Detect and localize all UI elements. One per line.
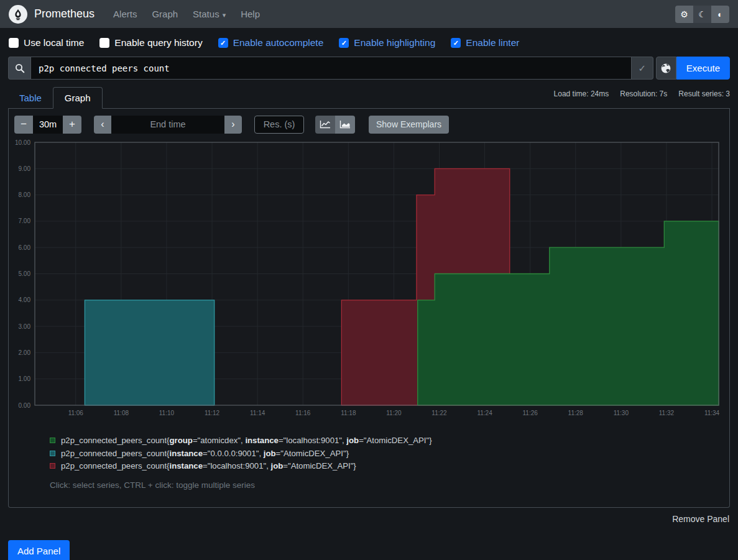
stat-load-time: Load time: 24ms xyxy=(554,90,609,98)
nav-item-alerts[interactable]: Alerts xyxy=(113,9,137,19)
y-tick-label: 9.00 xyxy=(19,165,31,172)
y-tick-label: 5.00 xyxy=(19,270,31,277)
tab-graph[interactable]: Graph xyxy=(53,87,103,109)
y-tick-label: 8.00 xyxy=(19,191,31,198)
y-tick-label: 10.00 xyxy=(15,140,30,146)
y-tick-label: 2.00 xyxy=(19,349,31,356)
search-addon xyxy=(8,57,30,80)
x-tick-label: 11:32 xyxy=(659,410,675,416)
query-expression-input[interactable] xyxy=(30,57,632,80)
option-use-local-time[interactable]: Use local time xyxy=(9,37,84,48)
x-tick-label: 11:20 xyxy=(386,410,402,416)
option-label: Enable query history xyxy=(114,37,202,48)
y-tick-label: 1.00 xyxy=(19,375,31,382)
legend-swatch xyxy=(50,463,55,469)
x-tick-label: 11:24 xyxy=(477,410,492,416)
option-enable-highlighting[interactable]: ✓Enable highlighting xyxy=(339,37,435,48)
moon-icon: ☾ xyxy=(698,9,706,19)
option-label: Enable autocomplete xyxy=(233,37,324,48)
remove-panel-link[interactable]: Remove Panel xyxy=(672,514,729,524)
metrics-explorer-button[interactable] xyxy=(656,57,676,80)
query-stats: Load time: 24ms Resolution: 7s Result se… xyxy=(543,87,730,98)
option-enable-linter[interactable]: ✓Enable linter xyxy=(451,37,519,48)
theme-button-group: ⚙ ☾ ◐ xyxy=(675,6,729,23)
time-forward-button[interactable]: › xyxy=(224,116,242,134)
settings-button[interactable]: ⚙ xyxy=(675,6,693,23)
x-tick-label: 11:30 xyxy=(614,410,629,416)
option-label: Enable highlighting xyxy=(354,37,435,48)
checkbox-checked-icon: ✓ xyxy=(451,38,461,48)
search-icon xyxy=(15,63,25,73)
nav-links: AlertsGraphStatus▾Help xyxy=(113,9,275,19)
query-valid-addon: ✓ xyxy=(632,57,653,80)
range-stepper: − + xyxy=(14,116,81,134)
end-time-group: ‹ › xyxy=(94,116,242,134)
x-tick-label: 11:10 xyxy=(159,410,175,416)
add-panel-button[interactable]: Add Panel xyxy=(8,540,70,560)
tab-table[interactable]: Table xyxy=(8,88,53,108)
show-exemplars-button[interactable]: Show Exemplars xyxy=(369,116,449,134)
x-tick-label: 11:08 xyxy=(114,410,129,416)
x-tick-label: 11:22 xyxy=(431,410,447,416)
checkbox-checked-icon: ✓ xyxy=(218,38,228,48)
chart-type-toggle xyxy=(315,116,355,134)
stat-resolution: Resolution: 7s xyxy=(620,90,667,98)
nav-item-status[interactable]: Status▾ xyxy=(193,9,226,19)
tabs-row: Table Graph Load time: 24ms Resolution: … xyxy=(8,87,730,109)
legend-series-label: p2p_connected_peers_count{group="atomicd… xyxy=(61,436,432,445)
option-enable-autocomplete[interactable]: ✓Enable autocomplete xyxy=(218,37,324,48)
gear-icon: ⚙ xyxy=(680,9,688,19)
legend-series-label: p2p_connected_peers_count{instance="loca… xyxy=(61,461,356,470)
stat-result-series: Result series: 3 xyxy=(678,90,730,98)
y-tick-label: 0.00 xyxy=(19,402,31,409)
dark-theme-button[interactable]: ☾ xyxy=(693,6,711,23)
checkbox-unchecked-icon xyxy=(9,38,19,48)
legend-item[interactable]: p2p_connected_peers_count{instance="loca… xyxy=(50,461,724,470)
check-icon: ✓ xyxy=(220,40,226,47)
check-icon: ✓ xyxy=(341,40,347,47)
legend-item[interactable]: p2p_connected_peers_count{instance="0.0.… xyxy=(50,449,724,458)
legend-item[interactable]: p2p_connected_peers_count{group="atomicd… xyxy=(50,436,724,445)
x-tick-label: 11:16 xyxy=(295,410,311,416)
checkbox-checked-icon: ✓ xyxy=(339,38,349,48)
nav-item-graph[interactable]: Graph xyxy=(152,9,178,19)
series-area-teal xyxy=(85,300,214,405)
navbar: Prometheus AlertsGraphStatus▾Help ⚙ ☾ ◐ xyxy=(0,0,738,28)
option-enable-query-history[interactable]: Enable query history xyxy=(99,37,202,48)
auto-theme-button[interactable]: ◐ xyxy=(711,6,729,23)
time-back-button[interactable]: ‹ xyxy=(94,116,111,134)
globe-icon xyxy=(660,63,671,74)
x-tick-label: 11:06 xyxy=(68,410,84,416)
y-tick-label: 4.00 xyxy=(19,296,31,303)
legend: p2p_connected_peers_count{group="atomicd… xyxy=(50,436,724,470)
end-time-input[interactable] xyxy=(111,116,224,134)
brand-title[interactable]: Prometheus xyxy=(34,7,95,21)
resolution-input[interactable] xyxy=(254,116,304,134)
legend-hint: Click: select series, CTRL + click: togg… xyxy=(50,480,724,490)
stacked-chart-icon xyxy=(339,120,351,129)
y-tick-label: 3.00 xyxy=(19,323,31,330)
caret-down-icon: ▾ xyxy=(223,11,226,19)
y-tick-label: 6.00 xyxy=(19,244,31,251)
torch-icon xyxy=(12,8,24,21)
option-label: Enable linter xyxy=(466,37,519,48)
stacked-chart-button[interactable] xyxy=(335,116,355,134)
x-tick-label: 11:12 xyxy=(205,410,220,416)
nav-item-help[interactable]: Help xyxy=(241,9,260,19)
option-label: Use local time xyxy=(24,37,84,48)
legend-series-label: p2p_connected_peers_count{instance="0.0.… xyxy=(61,449,349,458)
execute-button[interactable]: Execute xyxy=(676,57,730,80)
contrast-icon: ◐ xyxy=(717,9,722,19)
prometheus-logo-icon[interactable] xyxy=(9,5,27,24)
range-decrease-button[interactable]: − xyxy=(14,116,33,134)
line-chart-button[interactable] xyxy=(315,116,335,134)
range-input[interactable] xyxy=(33,116,63,134)
x-tick-label: 11:18 xyxy=(341,410,356,416)
x-tick-label: 11:14 xyxy=(250,410,265,416)
range-increase-button[interactable]: + xyxy=(63,116,81,134)
graph-controls: − + ‹ › Show Exemplars xyxy=(14,115,724,134)
x-tick-label: 11:28 xyxy=(568,410,584,416)
line-chart-icon xyxy=(320,120,331,129)
graph-canvas[interactable]: 0.001.002.003.004.005.006.007.008.009.00… xyxy=(14,140,725,421)
query-input-group: ✓ Execute xyxy=(8,57,730,80)
